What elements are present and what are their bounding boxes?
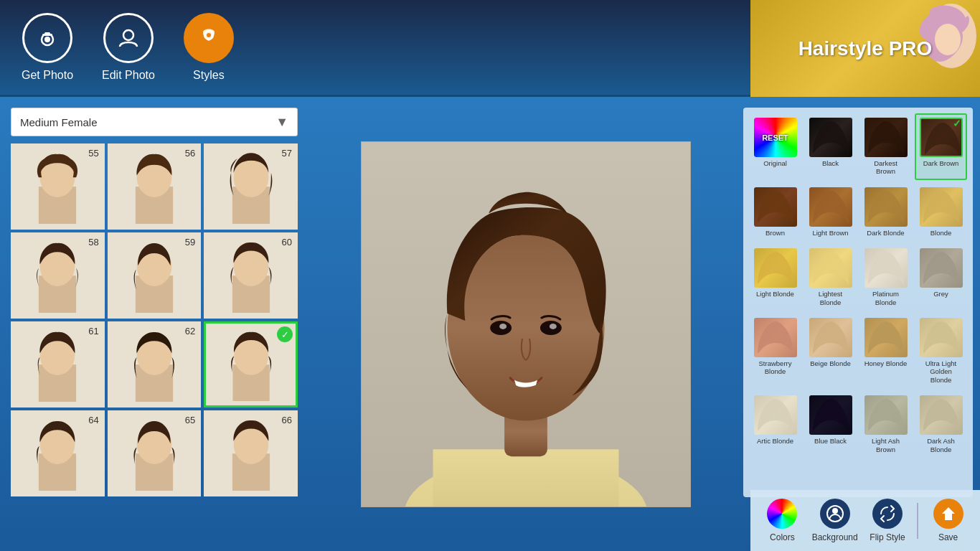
darkest-brown-label: Darkest Brown [864,159,908,176]
svg-point-43 [832,508,838,514]
style-item-61[interactable]: 61 [11,321,105,408]
color-dark-blonde[interactable]: Dark Blonde [859,183,912,241]
darkest-brown-swatch [864,118,908,157]
svg-rect-3 [44,32,50,34]
lightest-blonde-label: Lightest Blonde [809,290,852,306]
light-blonde-swatch [754,248,797,288]
style-item-64[interactable]: 64 [11,410,105,496]
flip-icon [872,499,903,529]
logo-area: Hairstyle PRO [750,0,980,97]
nav-get-photo[interactable]: Get Photo [22,13,73,82]
lightest-blonde-swatch [809,248,852,288]
light-brown-label: Light Brown [812,229,848,237]
colors-label: Colors [770,532,795,542]
color-artic[interactable]: Artic Blonde [749,391,801,458]
color-dark-brown[interactable]: Dark Brown [915,113,967,180]
color-blonde[interactable]: Blonde [915,183,967,241]
color-honey[interactable]: Honey Blonde [859,314,912,388]
color-light-ash[interactable]: Light Ash Brown [859,391,912,458]
ultra-light-label: Ultra Light Golden Blonde [919,359,963,384]
toolbar-divider [917,503,918,539]
save-icon [933,499,963,529]
color-dark-ash[interactable]: Dark Ash Blonde [915,391,967,458]
blonde-swatch [920,187,963,227]
ultra-light-swatch [920,318,963,357]
edit-photo-icon [103,13,154,63]
beige-swatch [809,318,852,357]
nav-edit-photo[interactable]: Edit Photo [102,13,155,82]
style-item-56[interactable]: 56 [108,143,202,230]
grey-label: Grey [933,290,948,298]
brown-label: Brown [765,229,785,237]
dropdown-value: Medium Female [20,116,98,128]
color-grid: RESET Original Black [749,113,967,458]
nav-items: Get Photo Edit Photo Styles [22,13,234,82]
left-panel: Medium Female ▼ 55 56 [0,97,308,551]
dark-brown-label: Dark Brown [923,159,959,167]
style-item-55[interactable]: 55 [11,143,105,230]
style-category-dropdown[interactable]: Medium Female ▼ [11,108,298,136]
style-item-60[interactable]: 60 [204,232,298,319]
colors-icon [767,499,797,529]
honey-label: Honey Blonde [864,359,908,367]
original-swatch: RESET [754,118,797,157]
style-item-66[interactable]: 66 [204,410,298,496]
light-brown-swatch [809,187,852,227]
svg-point-41 [550,324,557,329]
header: Get Photo Edit Photo Styles Hairs [0,0,980,97]
color-brown[interactable]: Brown [749,183,801,241]
style-item-57[interactable]: 57 [204,143,298,230]
svg-rect-35 [433,449,619,507]
artic-label: Artic Blonde [757,437,793,445]
color-beige[interactable]: Beige Blonde [804,314,857,388]
color-strawberry[interactable]: Strawberry Blonde [749,314,801,388]
colors-button[interactable]: Colors [763,499,802,542]
brown-swatch [754,187,797,227]
background-button[interactable]: Background [812,499,858,542]
color-original[interactable]: RESET Original [749,113,801,180]
platinum-label: Platinum Blonde [864,290,908,306]
get-photo-icon [22,13,72,63]
style-item-59[interactable]: 59 [108,232,202,319]
blue-black-label: Blue Black [814,437,847,445]
color-black[interactable]: Black [804,113,857,180]
color-light-brown[interactable]: Light Brown [804,183,857,241]
color-blue-black[interactable]: Blue Black [804,391,857,458]
nav-styles[interactable]: Styles [184,13,234,82]
color-lightest-blonde[interactable]: Lightest Blonde [804,244,857,311]
color-darkest-brown[interactable]: Darkest Brown [859,113,912,180]
dark-blonde-swatch [864,187,908,227]
edit-photo-label: Edit Photo [102,69,155,82]
light-ash-label: Light Ash Brown [864,437,908,453]
save-button[interactable]: Save [928,499,968,542]
app-title: Hairstyle PRO [798,37,933,60]
color-light-blonde[interactable]: Light Blonde [749,244,801,311]
color-grey[interactable]: Grey [915,244,967,311]
dark-ash-swatch [920,395,963,435]
dark-blonde-label: Dark Blonde [867,229,904,237]
svg-point-1 [44,37,50,42]
style-item-65[interactable]: 65 [108,410,202,496]
styles-label: Styles [193,69,225,82]
color-ultra-light[interactable]: Ultra Light Golden Blonde [915,314,967,388]
original-label: Original [763,159,787,167]
flip-style-button[interactable]: Flip Style [868,499,908,542]
grey-swatch [920,248,963,288]
get-photo-label: Get Photo [22,69,73,82]
dark-brown-swatch [920,118,963,157]
style-item-58[interactable]: 58 [11,232,105,319]
strawberry-swatch [754,318,797,357]
beige-label: Beige Blonde [810,359,851,367]
background-icon [820,499,850,529]
honey-swatch [864,318,908,357]
style-item-63[interactable]: ✓ [204,321,298,408]
svg-point-4 [123,30,133,40]
blonde-label: Blonde [930,229,952,237]
background-label: Background [812,532,858,542]
black-label: Black [822,159,839,167]
style-item-62[interactable]: 62 [108,321,202,408]
save-label: Save [938,532,958,542]
flip-label: Flip Style [870,532,905,542]
artic-swatch [754,395,797,435]
color-platinum[interactable]: Platinum Blonde [859,244,912,311]
